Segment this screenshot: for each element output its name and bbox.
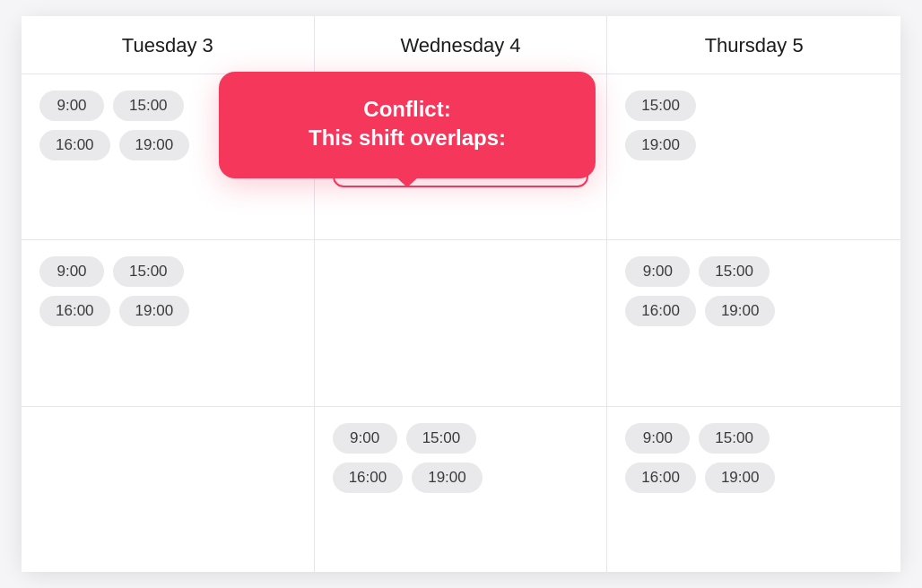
time-chip: 15:00: [625, 91, 696, 121]
time-chip: 15:00: [699, 256, 770, 287]
time-chip: 16:00: [625, 463, 696, 493]
header-wednesday: Wednesday 4: [315, 16, 608, 74]
cell-row3-col3: 9:00 15:00 16:00 19:00: [607, 407, 900, 572]
time-row: 9:00 15:00: [333, 423, 589, 454]
tooltip-text: Conflict: This shift overlaps:: [248, 95, 567, 153]
time-chip: 9:00: [625, 256, 690, 287]
cell-row3-col2: 9:00 15:00 16:00 19:00: [315, 407, 608, 572]
calendar-container: Conflict: This shift overlaps: Tuesday 3…: [22, 16, 900, 572]
time-chip: 9:00: [333, 423, 397, 454]
header-tuesday: Tuesday 3: [22, 16, 315, 74]
cell-row1-col3: 15:00 19:00: [607, 74, 900, 239]
time-chip: 15:00: [113, 91, 184, 121]
time-row: 16:00 19:00: [625, 463, 883, 493]
time-row: 9:00 15:00: [625, 423, 883, 454]
time-chip: 19:00: [705, 296, 776, 326]
time-chip: 15:00: [113, 256, 184, 287]
header-thursday: Thursday 5: [607, 16, 900, 74]
conflict-tooltip: Conflict: This shift overlaps:: [219, 72, 596, 178]
time-chip: 15:00: [406, 423, 477, 454]
time-chip: 15:00: [699, 423, 770, 454]
cell-row2-col2: [315, 240, 608, 405]
time-chip: 16:00: [39, 130, 110, 160]
tooltip-line2: This shift overlaps:: [309, 125, 506, 150]
time-row: 15:00: [625, 91, 883, 121]
time-row: 16:00 19:00: [333, 463, 589, 493]
time-chip: 19:00: [412, 463, 483, 493]
time-row: 19:00: [625, 130, 883, 160]
tooltip-line1: Conflict:: [363, 97, 450, 121]
body-row-3: 9:00 15:00 16:00 19:00 9:00 15:00: [22, 407, 900, 572]
time-chip: 19:00: [119, 296, 190, 326]
body-row-2: 9:00 15:00 16:00 19:00 9:00 15:00: [22, 240, 900, 406]
cell-row3-col1: [22, 407, 315, 572]
time-chip: 16:00: [333, 463, 404, 493]
time-chip: 9:00: [39, 91, 104, 121]
time-chip: 19:00: [705, 463, 776, 493]
time-chip: 19:00: [119, 130, 190, 160]
time-chip: 16:00: [39, 296, 110, 326]
time-row: 16:00 19:00: [625, 296, 883, 326]
time-chip: 16:00: [625, 296, 696, 326]
time-row: 9:00 15:00: [625, 256, 883, 287]
cell-row2-col1: 9:00 15:00 16:00 19:00: [22, 240, 315, 405]
cell-row2-col3: 9:00 15:00 16:00 19:00: [607, 240, 900, 405]
time-chip: 9:00: [625, 423, 690, 454]
header-row: Tuesday 3 Wednesday 4 Thursday 5: [22, 16, 900, 74]
time-row: 16:00 19:00: [39, 296, 296, 326]
time-chip: 19:00: [625, 130, 696, 160]
time-row: 9:00 15:00: [39, 256, 296, 287]
time-chip: 9:00: [39, 256, 104, 287]
